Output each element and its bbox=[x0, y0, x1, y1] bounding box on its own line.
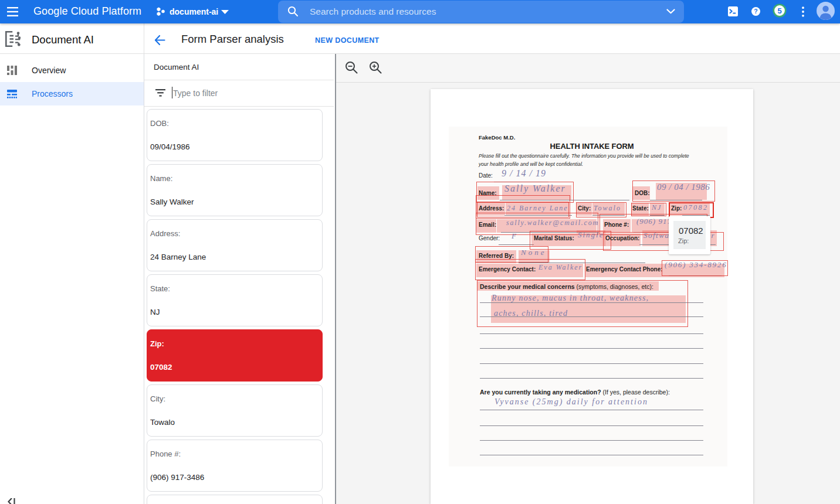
svg-text:5: 5 bbox=[777, 6, 781, 15]
svg-text:?: ? bbox=[754, 8, 757, 15]
